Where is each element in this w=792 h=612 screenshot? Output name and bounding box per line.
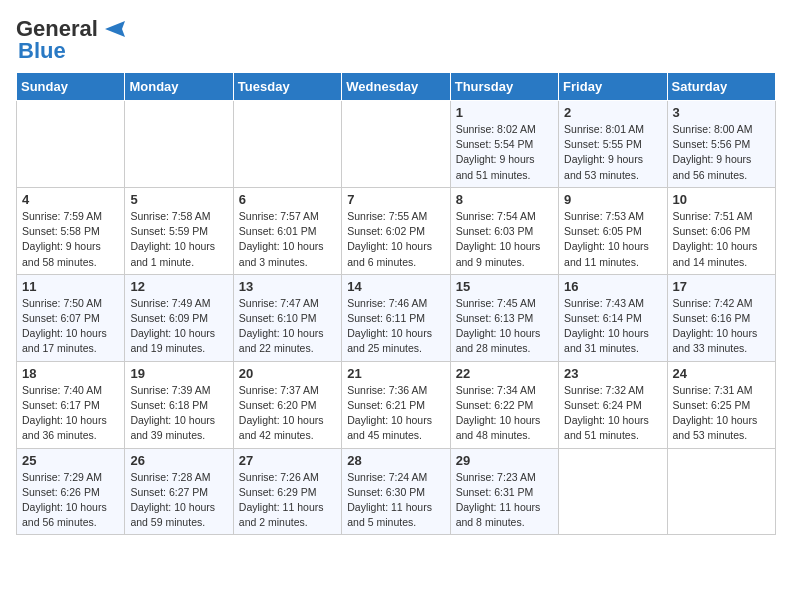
calendar-cell: 3Sunrise: 8:00 AM Sunset: 5:56 PM Daylig… <box>667 101 775 188</box>
day-info: Sunrise: 7:57 AM Sunset: 6:01 PM Dayligh… <box>239 209 336 270</box>
day-number: 15 <box>456 279 553 294</box>
day-info: Sunrise: 7:50 AM Sunset: 6:07 PM Dayligh… <box>22 296 119 357</box>
calendar-cell: 21Sunrise: 7:36 AM Sunset: 6:21 PM Dayli… <box>342 361 450 448</box>
day-info: Sunrise: 8:00 AM Sunset: 5:56 PM Dayligh… <box>673 122 770 183</box>
day-number: 27 <box>239 453 336 468</box>
day-number: 5 <box>130 192 227 207</box>
day-info: Sunrise: 7:40 AM Sunset: 6:17 PM Dayligh… <box>22 383 119 444</box>
calendar-cell: 15Sunrise: 7:45 AM Sunset: 6:13 PM Dayli… <box>450 274 558 361</box>
day-info: Sunrise: 7:42 AM Sunset: 6:16 PM Dayligh… <box>673 296 770 357</box>
day-number: 25 <box>22 453 119 468</box>
calendar-cell: 11Sunrise: 7:50 AM Sunset: 6:07 PM Dayli… <box>17 274 125 361</box>
calendar-cell: 6Sunrise: 7:57 AM Sunset: 6:01 PM Daylig… <box>233 187 341 274</box>
calendar-cell: 24Sunrise: 7:31 AM Sunset: 6:25 PM Dayli… <box>667 361 775 448</box>
svg-marker-0 <box>105 21 125 37</box>
calendar-cell: 12Sunrise: 7:49 AM Sunset: 6:09 PM Dayli… <box>125 274 233 361</box>
day-info: Sunrise: 7:31 AM Sunset: 6:25 PM Dayligh… <box>673 383 770 444</box>
day-info: Sunrise: 7:51 AM Sunset: 6:06 PM Dayligh… <box>673 209 770 270</box>
day-info: Sunrise: 7:43 AM Sunset: 6:14 PM Dayligh… <box>564 296 661 357</box>
calendar-cell: 10Sunrise: 7:51 AM Sunset: 6:06 PM Dayli… <box>667 187 775 274</box>
logo-arrow-icon <box>100 19 130 39</box>
day-number: 23 <box>564 366 661 381</box>
calendar-header-friday: Friday <box>559 73 667 101</box>
calendar-cell: 1Sunrise: 8:02 AM Sunset: 5:54 PM Daylig… <box>450 101 558 188</box>
day-number: 3 <box>673 105 770 120</box>
calendar-header-sunday: Sunday <box>17 73 125 101</box>
day-number: 29 <box>456 453 553 468</box>
calendar-cell: 4Sunrise: 7:59 AM Sunset: 5:58 PM Daylig… <box>17 187 125 274</box>
calendar-cell: 17Sunrise: 7:42 AM Sunset: 6:16 PM Dayli… <box>667 274 775 361</box>
day-info: Sunrise: 7:39 AM Sunset: 6:18 PM Dayligh… <box>130 383 227 444</box>
day-info: Sunrise: 7:46 AM Sunset: 6:11 PM Dayligh… <box>347 296 444 357</box>
day-info: Sunrise: 7:28 AM Sunset: 6:27 PM Dayligh… <box>130 470 227 531</box>
day-number: 2 <box>564 105 661 120</box>
day-info: Sunrise: 7:49 AM Sunset: 6:09 PM Dayligh… <box>130 296 227 357</box>
day-number: 10 <box>673 192 770 207</box>
day-number: 19 <box>130 366 227 381</box>
day-info: Sunrise: 7:36 AM Sunset: 6:21 PM Dayligh… <box>347 383 444 444</box>
day-number: 9 <box>564 192 661 207</box>
calendar-header-saturday: Saturday <box>667 73 775 101</box>
calendar-cell: 28Sunrise: 7:24 AM Sunset: 6:30 PM Dayli… <box>342 448 450 535</box>
day-info: Sunrise: 7:58 AM Sunset: 5:59 PM Dayligh… <box>130 209 227 270</box>
day-info: Sunrise: 7:59 AM Sunset: 5:58 PM Dayligh… <box>22 209 119 270</box>
calendar-cell: 16Sunrise: 7:43 AM Sunset: 6:14 PM Dayli… <box>559 274 667 361</box>
day-info: Sunrise: 7:26 AM Sunset: 6:29 PM Dayligh… <box>239 470 336 531</box>
day-info: Sunrise: 7:45 AM Sunset: 6:13 PM Dayligh… <box>456 296 553 357</box>
day-info: Sunrise: 8:01 AM Sunset: 5:55 PM Dayligh… <box>564 122 661 183</box>
day-number: 11 <box>22 279 119 294</box>
calendar-header-tuesday: Tuesday <box>233 73 341 101</box>
day-number: 14 <box>347 279 444 294</box>
day-number: 4 <box>22 192 119 207</box>
day-info: Sunrise: 8:02 AM Sunset: 5:54 PM Dayligh… <box>456 122 553 183</box>
day-number: 20 <box>239 366 336 381</box>
calendar-cell <box>233 101 341 188</box>
day-number: 1 <box>456 105 553 120</box>
day-number: 8 <box>456 192 553 207</box>
day-info: Sunrise: 7:29 AM Sunset: 6:26 PM Dayligh… <box>22 470 119 531</box>
day-number: 26 <box>130 453 227 468</box>
calendar-cell: 20Sunrise: 7:37 AM Sunset: 6:20 PM Dayli… <box>233 361 341 448</box>
calendar-header-row: SundayMondayTuesdayWednesdayThursdayFrid… <box>17 73 776 101</box>
logo-blue: Blue <box>18 38 66 64</box>
calendar-cell <box>667 448 775 535</box>
logo: General Blue <box>16 16 130 64</box>
calendar-table: SundayMondayTuesdayWednesdayThursdayFrid… <box>16 72 776 535</box>
header: General Blue <box>16 16 776 64</box>
calendar-cell: 8Sunrise: 7:54 AM Sunset: 6:03 PM Daylig… <box>450 187 558 274</box>
day-info: Sunrise: 7:53 AM Sunset: 6:05 PM Dayligh… <box>564 209 661 270</box>
day-info: Sunrise: 7:34 AM Sunset: 6:22 PM Dayligh… <box>456 383 553 444</box>
day-number: 24 <box>673 366 770 381</box>
day-info: Sunrise: 7:23 AM Sunset: 6:31 PM Dayligh… <box>456 470 553 531</box>
calendar-header-wednesday: Wednesday <box>342 73 450 101</box>
day-number: 22 <box>456 366 553 381</box>
calendar-header-monday: Monday <box>125 73 233 101</box>
calendar-cell: 22Sunrise: 7:34 AM Sunset: 6:22 PM Dayli… <box>450 361 558 448</box>
day-info: Sunrise: 7:24 AM Sunset: 6:30 PM Dayligh… <box>347 470 444 531</box>
calendar-week-5: 25Sunrise: 7:29 AM Sunset: 6:26 PM Dayli… <box>17 448 776 535</box>
day-info: Sunrise: 7:55 AM Sunset: 6:02 PM Dayligh… <box>347 209 444 270</box>
calendar-cell: 26Sunrise: 7:28 AM Sunset: 6:27 PM Dayli… <box>125 448 233 535</box>
calendar-week-3: 11Sunrise: 7:50 AM Sunset: 6:07 PM Dayli… <box>17 274 776 361</box>
day-number: 28 <box>347 453 444 468</box>
day-number: 21 <box>347 366 444 381</box>
day-number: 18 <box>22 366 119 381</box>
calendar-cell: 27Sunrise: 7:26 AM Sunset: 6:29 PM Dayli… <box>233 448 341 535</box>
calendar-cell: 2Sunrise: 8:01 AM Sunset: 5:55 PM Daylig… <box>559 101 667 188</box>
calendar-cell: 25Sunrise: 7:29 AM Sunset: 6:26 PM Dayli… <box>17 448 125 535</box>
calendar-cell <box>559 448 667 535</box>
calendar-cell: 14Sunrise: 7:46 AM Sunset: 6:11 PM Dayli… <box>342 274 450 361</box>
calendar-cell <box>125 101 233 188</box>
day-number: 7 <box>347 192 444 207</box>
calendar-header-thursday: Thursday <box>450 73 558 101</box>
day-info: Sunrise: 7:47 AM Sunset: 6:10 PM Dayligh… <box>239 296 336 357</box>
calendar-cell: 23Sunrise: 7:32 AM Sunset: 6:24 PM Dayli… <box>559 361 667 448</box>
calendar-cell <box>17 101 125 188</box>
calendar-cell: 29Sunrise: 7:23 AM Sunset: 6:31 PM Dayli… <box>450 448 558 535</box>
calendar-cell: 18Sunrise: 7:40 AM Sunset: 6:17 PM Dayli… <box>17 361 125 448</box>
day-info: Sunrise: 7:54 AM Sunset: 6:03 PM Dayligh… <box>456 209 553 270</box>
day-info: Sunrise: 7:32 AM Sunset: 6:24 PM Dayligh… <box>564 383 661 444</box>
calendar-week-4: 18Sunrise: 7:40 AM Sunset: 6:17 PM Dayli… <box>17 361 776 448</box>
calendar-week-2: 4Sunrise: 7:59 AM Sunset: 5:58 PM Daylig… <box>17 187 776 274</box>
calendar-week-1: 1Sunrise: 8:02 AM Sunset: 5:54 PM Daylig… <box>17 101 776 188</box>
